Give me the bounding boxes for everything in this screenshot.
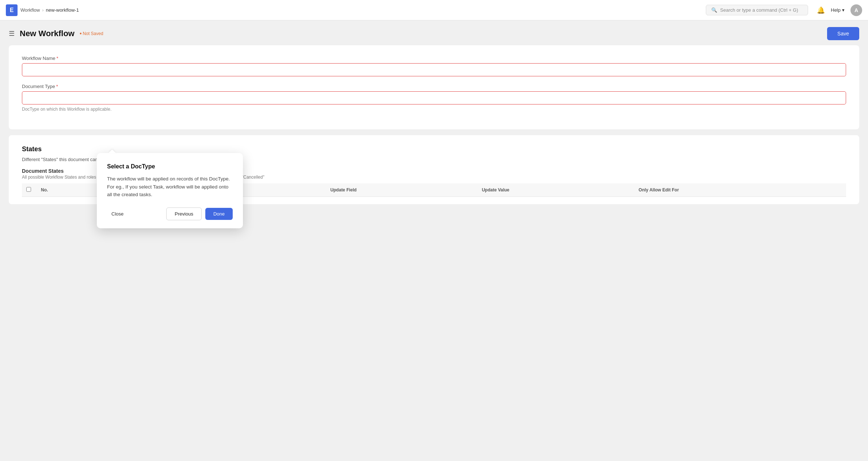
workflow-name-row: Workflow Name * <box>22 56 846 76</box>
breadcrumb-new-workflow: new-workflow-1 <box>46 7 79 13</box>
search-bar[interactable]: 🔍 Search or type a command (Ctrl + G) <box>706 5 808 15</box>
document-type-label: Document Type * <box>22 84 846 89</box>
search-icon: 🔍 <box>711 7 717 13</box>
page-header: ☰ New Workflow Not Saved Save <box>0 20 868 45</box>
done-button[interactable]: Done <box>205 208 233 220</box>
document-type-required: * <box>56 84 58 89</box>
hamburger-icon[interactable]: ☰ <box>9 30 15 38</box>
workflow-name-required: * <box>57 56 58 61</box>
tooltip-body: The workflow will be applied on records … <box>107 175 233 199</box>
col-no: No. <box>37 183 105 197</box>
page-header-left: ☰ New Workflow Not Saved <box>9 29 103 38</box>
help-label: Help <box>831 7 841 13</box>
topbar: E Workflow › new-workflow-1 🔍 Search or … <box>0 0 868 20</box>
breadcrumb-workflow[interactable]: Workflow <box>20 7 40 13</box>
chevron-down-icon: ▾ <box>842 7 845 13</box>
previous-button[interactable]: Previous <box>166 207 202 220</box>
app-logo: E <box>6 4 18 16</box>
breadcrumb: Workflow › new-workflow-1 <box>20 7 79 13</box>
col-update-field: Update Field <box>326 183 477 197</box>
col-checkbox <box>22 183 37 197</box>
search-placeholder: Search or type a command (Ctrl + G) <box>720 7 798 13</box>
breadcrumb-sep-1: › <box>42 7 43 13</box>
tooltip-actions: Close Previous Done <box>107 207 233 220</box>
select-all-checkbox[interactable] <box>26 187 31 192</box>
not-saved-badge: Not Saved <box>80 30 103 37</box>
notification-icon[interactable]: 🔔 <box>817 6 825 14</box>
col-only-allow: Only Allow Edit For <box>634 183 846 197</box>
avatar[interactable]: A <box>850 4 862 16</box>
form-card: Workflow Name * Document Type * DocType … <box>9 45 859 129</box>
workflow-name-label: Workflow Name * <box>22 56 846 61</box>
page-title: New Workflow <box>20 29 75 38</box>
document-type-row: Document Type * DocType on which this Wo… <box>22 84 846 112</box>
main-content: Workflow Name * Document Type * DocType … <box>0 45 868 219</box>
states-title: States <box>22 145 846 153</box>
tooltip-title: Select a DocType <box>107 163 233 170</box>
tooltip-popup: Select a DocType The workflow will be ap… <box>97 153 243 228</box>
document-type-input[interactable] <box>22 91 846 104</box>
col-update-value: Update Value <box>477 183 634 197</box>
save-button[interactable]: Save <box>827 27 859 40</box>
topbar-actions: 🔔 Help ▾ A <box>817 4 862 16</box>
workflow-name-input[interactable] <box>22 63 846 76</box>
close-button[interactable]: Close <box>107 211 128 217</box>
document-type-hint: DocType on which this Workflow is applic… <box>22 107 846 112</box>
help-button[interactable]: Help ▾ <box>831 7 845 13</box>
